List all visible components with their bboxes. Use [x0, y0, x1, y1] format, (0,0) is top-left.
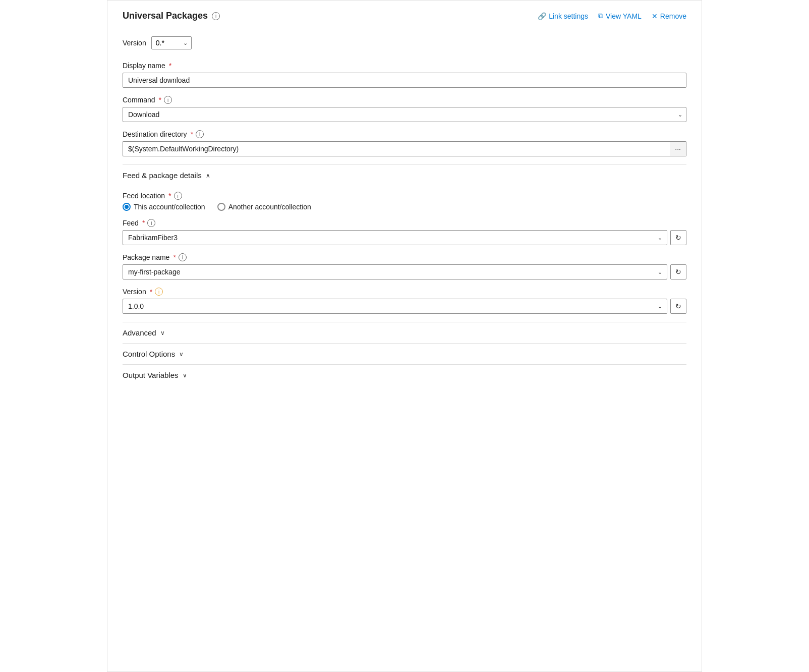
feed-location-label-row: Feed location * i	[123, 192, 686, 200]
command-select[interactable]: Download Publish	[123, 107, 686, 122]
package-name-label-row: Package name * i	[123, 253, 686, 261]
feed-package-details-chevron: ∧	[206, 172, 210, 179]
feed-location-field: Feed location * i This account/collectio…	[123, 192, 686, 211]
feed-select[interactable]: FabrikamFiber3	[123, 230, 667, 245]
link-icon: 🔗	[538, 12, 546, 20]
remove-button[interactable]: ✕ Remove	[652, 12, 686, 20]
command-label: Command	[123, 96, 155, 104]
view-yaml-label: View YAML	[606, 12, 642, 20]
link-settings-label: Link settings	[549, 12, 588, 20]
command-select-wrapper: Download Publish ⌄	[123, 107, 686, 122]
feed-location-radio-group: This account/collection Another account/…	[123, 203, 686, 211]
feed-select-group: FabrikamFiber3 ⌄ ↻	[123, 230, 686, 245]
destination-info-icon[interactable]: i	[196, 130, 204, 138]
remove-icon: ✕	[652, 12, 658, 20]
package-version-label: Version	[123, 288, 146, 296]
command-required: *	[159, 96, 161, 104]
destination-directory-field: Destination directory * i ···	[123, 130, 686, 156]
feed-package-details-header[interactable]: Feed & package details ∧	[123, 164, 686, 186]
package-name-info-icon[interactable]: i	[179, 253, 187, 261]
version-label: Version	[123, 39, 146, 47]
package-name-select-group: my-first-package ⌄ ↻	[123, 264, 686, 279]
feed-field: Feed * i FabrikamFiber3 ⌄ ↻	[123, 219, 686, 245]
control-options-chevron: ∨	[179, 351, 184, 358]
version-select[interactable]: 0.* 1.* 2.*	[151, 36, 192, 49]
package-name-select[interactable]: my-first-package	[123, 264, 667, 279]
radio-this-account[interactable]: This account/collection	[123, 203, 205, 211]
control-options-header[interactable]: Control Options ∨	[123, 343, 686, 364]
output-variables-label: Output Variables	[123, 371, 179, 379]
feed-refresh-button[interactable]: ↻	[670, 230, 686, 245]
display-name-input[interactable]	[123, 73, 686, 88]
destination-ellipsis-button[interactable]: ···	[670, 141, 686, 156]
feed-location-label: Feed location	[123, 192, 165, 200]
feed-label: Feed	[123, 219, 139, 227]
package-name-label: Package name	[123, 253, 169, 261]
output-variables-chevron: ∨	[183, 372, 187, 379]
feed-info-icon[interactable]: i	[147, 219, 155, 227]
package-version-select-group: 1.0.0 ⌄ ↻	[123, 299, 686, 314]
destination-directory-label: Destination directory	[123, 130, 187, 138]
panel-title: Universal Packages	[123, 11, 208, 21]
destination-required: *	[191, 130, 193, 138]
display-name-label-row: Display name *	[123, 62, 686, 70]
feed-package-details-content: Feed location * i This account/collectio…	[123, 186, 686, 314]
package-version-select-container: 1.0.0 ⌄	[123, 299, 667, 314]
display-name-label: Display name	[123, 62, 165, 70]
display-name-required: *	[169, 62, 171, 70]
package-version-info-icon[interactable]: i	[155, 288, 163, 296]
command-field: Command * i Download Publish ⌄	[123, 96, 686, 122]
radio-another-account-label: Another account/collection	[228, 203, 311, 211]
feed-location-required: *	[168, 192, 171, 200]
package-name-refresh-button[interactable]: ↻	[670, 264, 686, 279]
package-version-label-row: Version * i	[123, 288, 686, 296]
header-actions: 🔗 Link settings ⧉ View YAML ✕ Remove	[538, 12, 686, 20]
version-row: Version 0.* 1.* 2.* ⌄	[123, 36, 686, 49]
command-info-icon[interactable]: i	[164, 96, 172, 104]
destination-directory-label-row: Destination directory * i	[123, 130, 686, 138]
package-version-field: Version * i 1.0.0 ⌄ ↻	[123, 288, 686, 314]
feed-package-details-label: Feed & package details	[123, 171, 202, 180]
header-left: Universal Packages i	[123, 11, 220, 21]
feed-required: *	[142, 219, 145, 227]
package-name-field: Package name * i my-first-package ⌄ ↻	[123, 253, 686, 279]
remove-label: Remove	[660, 12, 686, 20]
radio-another-account[interactable]: Another account/collection	[217, 203, 311, 211]
package-version-select[interactable]: 1.0.0	[123, 299, 667, 314]
package-version-required: *	[150, 288, 152, 296]
package-name-required: *	[173, 253, 176, 261]
destination-input[interactable]	[123, 141, 670, 156]
package-version-refresh-button[interactable]: ↻	[670, 299, 686, 314]
display-name-field: Display name *	[123, 62, 686, 88]
feed-select-container: FabrikamFiber3 ⌄	[123, 230, 667, 245]
link-settings-button[interactable]: 🔗 Link settings	[538, 12, 588, 20]
feed-location-info-icon[interactable]: i	[174, 192, 182, 200]
radio-this-account-input[interactable]	[123, 203, 131, 211]
destination-input-group: ···	[123, 141, 686, 156]
control-options-label: Control Options	[123, 350, 175, 358]
title-info-icon[interactable]: i	[212, 12, 220, 20]
radio-this-account-label: This account/collection	[134, 203, 205, 211]
radio-another-account-input[interactable]	[217, 203, 225, 211]
version-select-wrapper: 0.* 1.* 2.* ⌄	[151, 36, 192, 49]
command-label-row: Command * i	[123, 96, 686, 104]
yaml-icon: ⧉	[598, 12, 603, 20]
feed-label-row: Feed * i	[123, 219, 686, 227]
advanced-label: Advanced	[123, 328, 156, 337]
advanced-chevron: ∨	[160, 329, 165, 337]
view-yaml-button[interactable]: ⧉ View YAML	[598, 12, 642, 20]
advanced-header[interactable]: Advanced ∨	[123, 322, 686, 343]
package-name-select-container: my-first-package ⌄	[123, 264, 667, 279]
output-variables-header[interactable]: Output Variables ∨	[123, 364, 686, 385]
main-panel: Universal Packages i 🔗 Link settings ⧉ V…	[107, 0, 702, 672]
panel-header: Universal Packages i 🔗 Link settings ⧉ V…	[123, 11, 686, 26]
